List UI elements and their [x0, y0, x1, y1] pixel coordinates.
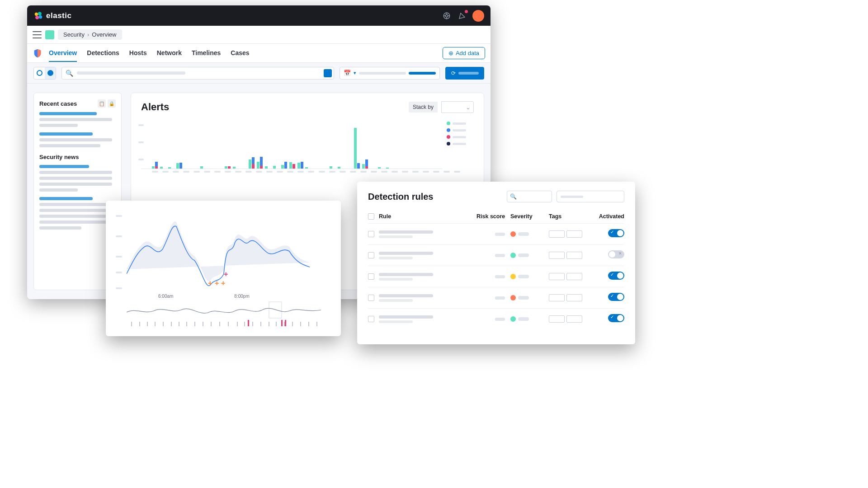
rule-name [379, 252, 476, 259]
line-x-axis: 6:00am 8:00pm [127, 294, 331, 299]
table-row[interactable] [368, 244, 624, 266]
cases-list-icon[interactable]: 📋 [98, 99, 106, 108]
row-checkbox[interactable] [368, 316, 374, 322]
tags [549, 252, 596, 259]
date-picker[interactable]: 📅 ▾ [340, 67, 440, 80]
x-tick [204, 171, 210, 173]
news-link[interactable] [39, 165, 89, 168]
x-tick [183, 171, 189, 173]
bar-group [330, 166, 332, 169]
activated-toggle[interactable] [608, 272, 624, 280]
row-checkbox[interactable] [368, 295, 374, 301]
cases-lock-icon[interactable]: 🔒 [108, 99, 116, 108]
search-input[interactable]: 🔍 [61, 67, 334, 80]
date-to-placeholder [409, 72, 436, 75]
breadcrumb[interactable]: Security › Overview [58, 29, 122, 40]
sparkline [127, 301, 321, 319]
tags [549, 315, 596, 323]
add-data-button[interactable]: ⊕ Add data [443, 47, 485, 59]
security-news-title: Security news [39, 154, 116, 160]
legend-item[interactable] [447, 135, 474, 139]
case-link[interactable] [39, 112, 97, 115]
x-tick [340, 171, 346, 173]
tab-hosts[interactable]: Hosts [129, 45, 147, 62]
refresh-button[interactable]: ⟳ [445, 67, 484, 80]
recent-cases-header: Recent cases 📋 🔒 [39, 99, 116, 108]
news-link[interactable] [39, 197, 93, 200]
activated-toggle[interactable] [608, 293, 624, 301]
activated-toggle[interactable] [608, 229, 624, 237]
tags [549, 273, 596, 280]
x-tick [162, 171, 169, 173]
col-activated[interactable]: Activated [596, 213, 624, 220]
risk-score [476, 275, 510, 278]
tabs: Overview Detections Hosts Network Timeli… [49, 45, 443, 62]
breadcrumb-app: Security [63, 31, 85, 38]
rules-table-body [368, 223, 624, 329]
x-tick [245, 171, 252, 173]
rules-filter-select[interactable] [557, 191, 624, 202]
case-link[interactable] [39, 132, 93, 136]
tab-cases[interactable]: Cases [231, 45, 249, 62]
activated-toggle-cell [596, 293, 624, 303]
bar-group [273, 166, 276, 169]
x-tick [319, 171, 325, 173]
bar-group [160, 167, 163, 169]
activated-toggle[interactable] [608, 250, 624, 258]
col-rule[interactable]: Rule [379, 213, 476, 220]
row-checkbox[interactable] [368, 231, 374, 237]
tab-overview[interactable]: Overview [49, 45, 77, 62]
query-icon [47, 70, 53, 76]
activated-toggle[interactable] [608, 314, 624, 322]
bar-group [176, 163, 182, 169]
bar-group [200, 166, 203, 169]
app-tile-icon[interactable] [45, 30, 54, 39]
x-tick [381, 171, 387, 173]
activated-toggle-cell [596, 272, 624, 282]
news-desc [39, 215, 112, 218]
tab-detections[interactable]: Detections [87, 45, 119, 62]
severity [510, 253, 549, 258]
x-tick [297, 171, 304, 173]
brand-text: elastic [46, 11, 71, 20]
add-data-label: Add data [456, 50, 479, 56]
news-icon[interactable] [457, 11, 467, 21]
rules-search-input[interactable]: 🔍 [507, 191, 552, 202]
row-checkbox[interactable] [368, 252, 374, 258]
x-tick [360, 171, 367, 173]
stack-by-select[interactable] [441, 101, 474, 113]
brush-window [269, 302, 282, 318]
col-severity[interactable]: Severity [510, 213, 549, 220]
menu-toggle-icon[interactable] [33, 31, 42, 38]
activated-toggle-cell [596, 229, 624, 239]
detection-rules-card: Detection rules 🔍 Rule Risk score Severi… [357, 182, 635, 344]
kql-badge[interactable] [324, 69, 332, 77]
x-tick [454, 171, 460, 173]
table-row[interactable] [368, 287, 624, 308]
top-right-icons [442, 10, 484, 22]
legend-item[interactable] [447, 128, 474, 132]
rule-name [379, 294, 476, 302]
bar-group [233, 167, 236, 169]
tab-timelines[interactable]: Timelines [192, 45, 221, 62]
col-risk[interactable]: Risk score [476, 213, 510, 220]
x-tick [152, 171, 158, 173]
row-checkbox[interactable] [368, 273, 374, 280]
help-icon[interactable] [442, 11, 452, 21]
tab-network[interactable]: Network [157, 45, 182, 62]
legend-item[interactable] [447, 142, 474, 145]
severity [510, 231, 549, 237]
activated-toggle-cell [596, 250, 624, 260]
rule-name [379, 230, 476, 238]
bar-group [249, 157, 255, 169]
table-row[interactable] [368, 266, 624, 287]
legend-item[interactable] [447, 122, 474, 125]
table-row[interactable] [368, 223, 624, 244]
x-tick [287, 171, 293, 173]
select-all-checkbox[interactable] [368, 213, 374, 220]
query-mode-toggle[interactable] [33, 67, 56, 80]
avatar[interactable] [472, 10, 484, 22]
bar-group [297, 162, 303, 169]
col-tags[interactable]: Tags [549, 213, 596, 220]
table-row[interactable] [368, 308, 624, 329]
